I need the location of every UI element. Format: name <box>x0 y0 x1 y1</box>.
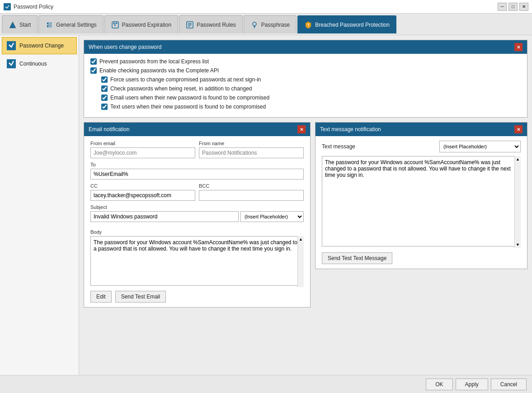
from-email-input[interactable] <box>90 147 195 158</box>
window-title: Password Policy <box>14 4 53 10</box>
checkbox-label-1: Prevent passwords from the local Express… <box>99 58 209 65</box>
send-test-email-button[interactable]: Send Test Email <box>115 291 166 303</box>
checkbox-label-6: Text users when their new password is fo… <box>110 104 266 110</box>
close-button[interactable]: ✕ <box>519 3 528 11</box>
window-controls: ─ □ ✕ <box>498 3 528 11</box>
checkbox-label-2: Enable checking passwords via the Comple… <box>99 67 219 74</box>
checkbox-row-3: Force users to change compromised passwo… <box>101 76 521 83</box>
checkbox-email-compromised[interactable] <box>101 95 108 101</box>
to-input[interactable] <box>90 169 304 180</box>
email-notification-section: Email notification ✕ From email F <box>84 122 311 308</box>
email-notification-body: From email From name To <box>84 136 310 307</box>
subject-group: Subject (Insert Placeholder) <box>90 204 304 226</box>
svg-marker-1 <box>9 22 16 28</box>
bottom-bar: OK Apply Cancel <box>0 375 532 393</box>
tab-start[interactable]: Start <box>2 15 38 33</box>
app-icon <box>4 3 11 10</box>
tab-start-icon <box>9 21 17 29</box>
main-layout: Password Change Continuous When users ch… <box>0 35 532 375</box>
tab-rules-label: Password Rules <box>197 22 236 28</box>
email-notification-collapse-button[interactable]: ✕ <box>297 125 306 133</box>
bcc-input[interactable] <box>199 190 304 201</box>
body-scroll-up[interactable]: ▲ <box>298 236 304 242</box>
tab-breached-password-protection[interactable]: Breached Password Protection <box>297 15 396 33</box>
cc-input[interactable] <box>90 190 195 201</box>
from-row: From email From name <box>90 141 304 158</box>
tab-start-label: Start <box>19 22 31 28</box>
checkbox-row-5: Email users when their new password is f… <box>101 95 521 101</box>
when-users-change-password-collapse-button[interactable]: ✕ <box>514 43 523 51</box>
bcc-label: BCC <box>199 183 304 189</box>
body-textarea[interactable] <box>90 236 304 286</box>
checkbox-prevent-local-express[interactable] <box>90 58 97 65</box>
subject-placeholder-select[interactable]: (Insert Placeholder) <box>240 211 304 222</box>
svg-rect-0 <box>4 5 10 9</box>
tab-expiration-icon <box>111 21 119 29</box>
from-name-group: From name <box>199 141 304 158</box>
send-test-text-message-button[interactable]: Send Test Text Message <box>322 252 392 264</box>
email-action-buttons: Edit Send Test Email <box>90 291 304 303</box>
cc-label: CC <box>90 183 195 189</box>
text-message-notification-title: Text message notification <box>320 126 381 133</box>
tab-breached-label: Breached Password Protection <box>315 22 390 28</box>
when-users-change-password-title: When users change password <box>89 44 161 50</box>
sidebar-icon-continuous <box>7 59 16 68</box>
edit-button[interactable]: Edit <box>90 291 112 303</box>
cancel-button[interactable]: Cancel <box>491 379 527 390</box>
sidebar-item-continuous[interactable]: Continuous <box>2 55 77 72</box>
tab-general-icon <box>45 21 53 29</box>
from-name-input[interactable] <box>199 147 304 158</box>
email-notification-column: Email notification ✕ From email F <box>84 122 311 312</box>
from-email-label: From email <box>90 141 195 146</box>
text-message-area-wrapper: ▲ ▼ <box>322 156 521 248</box>
sidebar-label-continuous: Continuous <box>19 61 47 67</box>
sidebar-item-password-change[interactable]: Password Change <box>2 37 77 54</box>
when-users-change-password-body: Prevent passwords from the local Express… <box>84 54 527 117</box>
bcc-group: BCC <box>199 183 304 201</box>
subject-label: Subject <box>90 204 304 210</box>
text-message-placeholder-select[interactable]: (Insert Placeholder) <box>439 141 521 152</box>
apply-button[interactable]: Apply <box>456 379 488 390</box>
minimize-button[interactable]: ─ <box>498 3 507 11</box>
maximize-button[interactable]: □ <box>508 3 518 11</box>
text-msg-scroll-up[interactable]: ▲ <box>515 156 521 162</box>
checkbox-check-on-reset[interactable] <box>101 85 108 92</box>
checkbox-label-4: Check passwords when being reset, in add… <box>110 85 252 92</box>
subject-input-row: (Insert Placeholder) <box>90 211 304 222</box>
to-group: To <box>90 162 304 180</box>
tab-expiration-label: Password Expiration <box>122 22 171 28</box>
ok-button[interactable]: OK <box>426 379 452 390</box>
tab-passphrase-icon <box>250 21 259 29</box>
tab-password-expiration[interactable]: Password Expiration <box>104 15 178 33</box>
tab-general-label: General Settings <box>56 22 96 28</box>
sidebar: Password Change Continuous <box>0 35 79 375</box>
sidebar-icon-password-change <box>7 41 16 50</box>
to-label: To <box>90 162 304 167</box>
subject-input[interactable] <box>90 211 239 222</box>
checkbox-row-2: Enable checking passwords via the Comple… <box>90 67 521 74</box>
text-message-notification-section: Text message notification ✕ Text message… <box>315 122 527 269</box>
content-area: When users change password ✕ Prevent pas… <box>79 35 532 375</box>
text-message-collapse-button[interactable]: ✕ <box>514 125 523 133</box>
checkbox-enable-complete-api[interactable] <box>90 67 97 74</box>
cc-bcc-row: CC BCC <box>90 183 304 201</box>
svg-point-4 <box>253 22 256 26</box>
text-message-textarea[interactable] <box>322 156 521 246</box>
cc-group: CC <box>90 183 195 201</box>
when-users-change-password-section: When users change password ✕ Prevent pas… <box>84 40 527 118</box>
text-message-top-row: Text message (Insert Placeholder) <box>322 141 521 152</box>
checkbox-force-change-compromised[interactable] <box>101 76 108 83</box>
tab-passphrase[interactable]: Passphrase <box>244 15 297 33</box>
tab-passphrase-label: Passphrase <box>261 22 290 28</box>
from-email-group: From email <box>90 141 195 158</box>
checkbox-row-6: Text users when their new password is fo… <box>101 104 521 110</box>
sidebar-label-password-change: Password Change <box>19 43 64 49</box>
text-msg-scroll-down[interactable]: ▼ <box>515 241 521 248</box>
tab-general-settings[interactable]: General Settings <box>38 15 103 33</box>
text-message-notification-column: Text message notification ✕ Text message… <box>315 122 527 312</box>
when-users-change-password-header: When users change password ✕ <box>84 40 527 54</box>
checkbox-label-5: Email users when their new password is f… <box>110 95 269 101</box>
checkbox-text-compromised[interactable] <box>101 104 108 110</box>
checkbox-label-3: Force users to change compromised passwo… <box>110 76 261 83</box>
tab-password-rules[interactable]: Password Rules <box>179 15 243 33</box>
